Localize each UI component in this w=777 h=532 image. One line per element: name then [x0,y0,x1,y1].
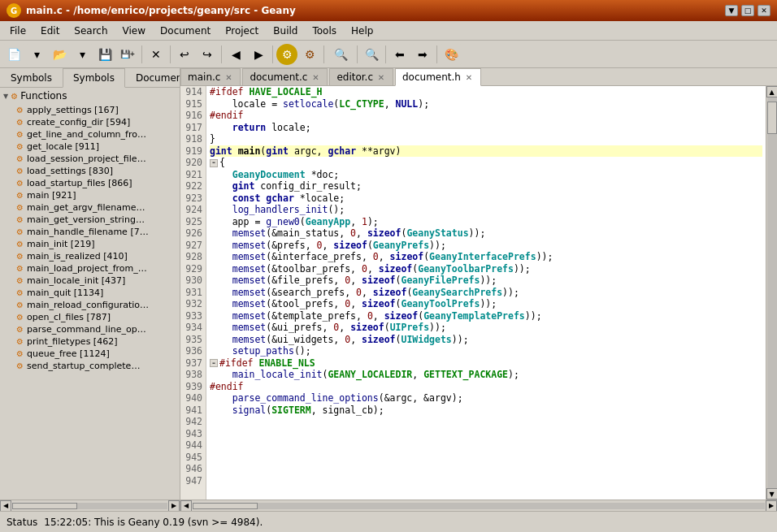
function-icon-13: ⚙ [16,264,24,273]
menu-search[interactable]: Search [67,24,114,38]
menu-file[interactable]: File [3,24,33,38]
function-item-14[interactable]: ⚙main_locale_init [437] [0,275,180,287]
new-file-button[interactable]: 📄 [3,44,24,65]
menu-document[interactable]: Document [154,24,217,38]
function-item-18[interactable]: ⚙parse_command_line_op… [0,323,180,335]
sidebar-scroll-thumb[interactable] [12,503,77,509]
function-item-21[interactable]: ⚙send_startup_complete… [0,360,180,372]
function-item-7[interactable]: ⚙main [921] [0,189,180,201]
menu-build[interactable]: Build [267,24,304,38]
code-line-930: memset(&main_status, 0, sizeof(GeanyStat… [210,227,762,240]
line-number: 928 [180,251,202,263]
function-item-9[interactable]: ⚙main_get_version_string… [0,214,180,226]
open-file-button[interactable]: 📂 [49,44,70,65]
code-line-921: gint main(gint argc, gchar **argv) [210,145,762,158]
save-file-button[interactable]: 💾 [94,44,115,65]
menu-tools[interactable]: Tools [306,24,343,38]
menu-help[interactable]: Help [345,24,380,38]
editor-tab-0[interactable]: main.c ✕ [180,68,241,85]
editor-hscroll-left[interactable]: ◀ [180,500,192,512]
jump-button[interactable]: ⬅ [389,44,410,65]
editor-hscroll-right[interactable]: ▶ [766,500,777,512]
functions-triangle: ▼ [3,93,8,100]
code-line-923: GeanyDocument *doc; [210,169,762,181]
navigate-forward-button[interactable]: ▶ [248,44,269,65]
function-item-0[interactable]: ⚙apply_settings [167] [0,104,180,116]
minimize-button[interactable]: ▼ [725,5,738,16]
editor-tab-2[interactable]: editor.c ✕ [329,68,393,85]
menu-view[interactable]: View [116,24,152,38]
function-item-17[interactable]: ⚙open_cl_files [787] [0,311,180,323]
function-icon-8: ⚙ [16,203,24,212]
sidebar-scroll-right[interactable]: ▶ [168,500,180,512]
function-item-13[interactable]: ⚙main_load_project_from_… [0,262,180,275]
code-line-943: main_locale_init(GEANY_LOCALEDIR, GETTEX… [210,369,762,381]
editor-tab-3[interactable]: document.h ✕ [395,68,481,86]
titlebar-title: main.c - /home/enrico/projects/geany/src… [26,5,296,16]
navigate-back-button[interactable]: ◀ [225,44,246,65]
function-item-10[interactable]: ⚙main_handle_filename [7… [0,226,180,238]
function-label-2: get_line_and_column_fro… [27,129,146,140]
line-number: 943 [180,428,202,440]
function-label-10: main_handle_filename [7… [27,227,149,237]
editor-hscroll-thumb[interactable] [193,503,258,509]
find-button[interactable]: ⚙ [276,44,297,65]
menu-edit[interactable]: Edit [34,24,66,38]
restore-button[interactable]: □ [741,5,754,16]
function-item-5[interactable]: ⚙load_settings [830] [0,165,180,177]
toolbar-sep-2 [170,45,171,63]
close-file-button[interactable]: ✕ [145,44,167,65]
sidebar-scroll-left[interactable]: ◀ [0,500,11,512]
tab-documents-2[interactable]: Documents [125,68,180,87]
function-item-2[interactable]: ⚙get_line_and_column_fro… [0,128,180,141]
code-line-933: memset(&toolbar_prefs, 0, sizeof(GeanyTo… [210,263,762,275]
editor-tab-1[interactable]: document.c ✕ [242,68,328,85]
function-item-12[interactable]: ⚙main_is_realized [410] [0,250,180,262]
menubar: File Edit Search View Document Project B… [0,21,777,41]
redo-button[interactable]: ↪ [197,44,218,65]
function-icon-9: ⚙ [16,215,24,224]
save-all-button[interactable]: 💾+ [117,44,138,65]
functions-header[interactable]: ▼ ⚙ Functions [0,88,180,104]
function-item-3[interactable]: ⚙get_locale [911] [0,141,180,153]
run-button[interactable]: ⚙ [299,44,320,65]
vscroll-thumb[interactable] [767,102,777,134]
search-input-button[interactable]: 🔍 [361,44,382,65]
vscroll-up[interactable]: ▲ [766,86,778,97]
zoom-in-button[interactable]: 🔍 [328,44,354,65]
function-label-3: get_locale [911] [27,141,99,152]
fold-marker[interactable]: - [210,359,218,367]
editor-tab-close-3[interactable]: ✕ [464,72,474,82]
function-label-12: main_is_realized [410] [27,251,128,262]
function-item-1[interactable]: ⚙create_config_dir [594] [0,116,180,128]
function-item-6[interactable]: ⚙load_startup_files [866] [0,177,180,189]
code-line-929: app = g_new0(GeanyApp, 1); [210,216,762,228]
close-button[interactable]: ✕ [757,5,770,16]
function-item-15[interactable]: ⚙main_quit [1134] [0,287,180,299]
function-item-11[interactable]: ⚙main_init [219] [0,238,180,250]
function-label-15: main_quit [1134] [27,288,103,298]
fold-marker[interactable]: - [210,159,218,167]
editor-tab-close-0[interactable]: ✕ [224,72,233,82]
editor-tab-close-2[interactable]: ✕ [376,72,386,82]
color-button[interactable]: 🎨 [441,44,462,65]
tab-documents[interactable]: Symbols [63,68,125,88]
undo-button[interactable]: ↩ [174,44,195,65]
toolbar-sep-4 [272,45,273,63]
function-item-8[interactable]: ⚙main_get_argv_filename… [0,201,180,214]
function-item-20[interactable]: ⚙queue_free [1124] [0,348,180,360]
new-dropdown-button[interactable]: ▾ [26,44,47,65]
sidebar-scroll[interactable]: ▼ ⚙ Functions ⚙apply_settings [167]⚙crea… [0,88,180,500]
function-item-16[interactable]: ⚙main_reload_configuratio… [0,299,180,311]
function-label-11: main_init [219] [27,239,94,249]
jump-forward-button[interactable]: ➡ [412,44,433,65]
menu-project[interactable]: Project [219,24,265,38]
open-dropdown-button[interactable]: ▾ [72,44,93,65]
function-item-4[interactable]: ⚙load_session_project_file… [0,153,180,165]
vscroll-down[interactable]: ▼ [766,488,778,500]
code-line-944: #endif [210,381,762,393]
function-item-19[interactable]: ⚙print_filetypes [462] [0,335,180,348]
code-editor[interactable]: #ifdef HAVE_LOCALE_H locale = setlocale(… [206,86,766,500]
tab-symbols[interactable]: Symbols [0,68,63,87]
editor-tab-close-1[interactable]: ✕ [310,72,320,82]
